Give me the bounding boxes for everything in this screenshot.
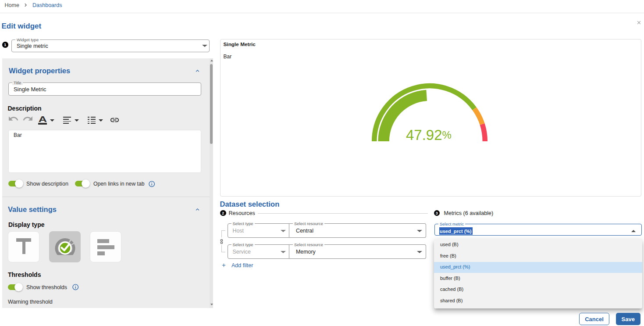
svg-text:47.92%: 47.92% [406,127,452,143]
